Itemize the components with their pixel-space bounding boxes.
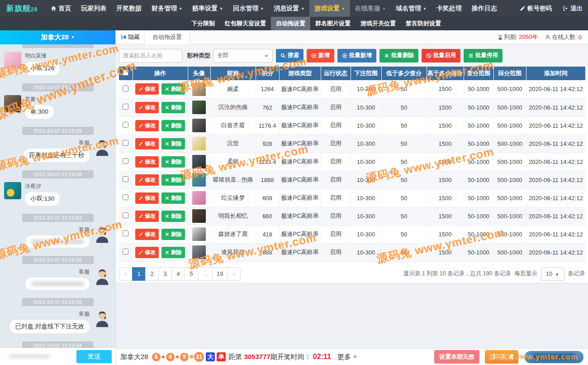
column-header: 高于多少回分 [427, 67, 464, 80]
row-checkbox[interactable] [123, 86, 128, 91]
blurred-message-bubble [25, 278, 90, 290]
sub-nav-item[interactable]: 群名图片设置 [310, 17, 356, 30]
top-nav-item[interactable]: 操作日志 [467, 0, 502, 17]
delete-label: 删除 [171, 158, 182, 166]
list-icon [468, 53, 474, 58]
delete-button[interactable]: 删除 [161, 229, 185, 240]
chat-text-input[interactable] [4, 351, 76, 362]
row-checkbox[interactable] [123, 176, 128, 182]
edit-button[interactable]: 修改 [135, 174, 159, 186]
delete-label: 删除 [171, 194, 182, 202]
hide-sidebar-button[interactable]: 隐藏 [116, 30, 145, 44]
edit-button[interactable]: 修改 [135, 83, 159, 95]
row-checkbox[interactable] [123, 212, 128, 218]
edit-button[interactable]: 修改 [135, 192, 159, 204]
row-checkbox[interactable] [123, 140, 128, 146]
sub-nav-item[interactable]: 禁言防封设置 [401, 17, 446, 30]
search-input[interactable] [119, 49, 182, 62]
select-all-checkbox[interactable] [123, 70, 128, 76]
sub-nav-item[interactable]: 下分限制 [186, 17, 220, 30]
send-button[interactable]: 发送 [76, 350, 112, 363]
row-checkbox[interactable] [123, 231, 128, 236]
per-page-select[interactable]: 10 ▲ [541, 267, 564, 281]
top-nav-item[interactable]: 开奖数据 [111, 0, 147, 17]
delete-button[interactable]: 删除 [161, 192, 185, 204]
page-button[interactable]: 4 [171, 267, 185, 281]
chat-message-list[interactable]: 明白莫懂小双:1262023-10-07 23:19:26莘夏单:3002023… [0, 44, 115, 348]
top-nav-item[interactable]: 消息设置▼ [269, 0, 309, 17]
toolbar-button-search[interactable]: 搜索 [276, 49, 303, 62]
page-button[interactable]: 3 [158, 267, 172, 281]
edit-button[interactable]: 修改 [135, 247, 159, 258]
bet-range-cell: 10-300 [351, 243, 381, 261]
logout-button[interactable]: 退出 [557, 0, 588, 17]
page-button[interactable]: 5 [185, 267, 198, 281]
top-nav-item[interactable]: 首页 [46, 0, 76, 17]
edit-button[interactable]: 修改 [135, 102, 159, 113]
tab-bar: 隐藏 自动拖设置 到期: 2050年 在线人数:0 [116, 30, 588, 44]
delete-button[interactable]: 删除 [161, 211, 185, 222]
sub-nav-item[interactable]: 自动拖设置 [271, 17, 310, 30]
message-content: 客服 [25, 226, 90, 248]
prev-page-button[interactable]: ‹ [119, 267, 133, 281]
set-invalid-button[interactable]: 设置本期无效 [434, 350, 479, 364]
delete-button[interactable]: 删除 [161, 247, 185, 258]
room-title: 加拿大28 [41, 33, 69, 42]
toolbar-button-plus[interactable]: 批量新增 [337, 49, 376, 62]
delete-button[interactable]: 删除 [161, 156, 185, 168]
top-nav-item[interactable]: 在线客服▼ [350, 0, 391, 17]
sub-nav-item[interactable]: 游戏开关位置 [356, 17, 401, 30]
sub-nav-item[interactable]: 红包聊天室设置 [220, 17, 271, 30]
toolbar-button-list[interactable]: 批量停用 [464, 49, 503, 62]
page-button[interactable]: 2 [145, 267, 159, 281]
delete-button[interactable]: 删除 [161, 120, 185, 131]
robots-table-wrap: 操作头像昵称积分游戏类型运行状态下注范围低于多少查分高于多少回分查分范围回分范围… [116, 67, 588, 262]
status-cell: 启用 [321, 243, 351, 261]
more-button[interactable]: 更多 [337, 353, 358, 361]
source-shop-button[interactable]: 源码商城 [485, 350, 518, 364]
row-checkbox[interactable] [123, 194, 128, 200]
above-score-cell: 1500 [427, 243, 464, 261]
added-time-cell: 2020-06-11 14:42:12 [526, 243, 585, 261]
edit-button[interactable]: 修改 [135, 156, 159, 168]
delete-button[interactable]: 删除 [161, 138, 185, 149]
toolbar-button-x[interactable]: 批量删除 [379, 49, 418, 62]
delete-button[interactable]: 删除 [161, 174, 185, 186]
top-nav-item[interactable]: 财务管理▼ [147, 0, 187, 17]
top-nav-item[interactable]: 卡奖处理 [432, 0, 467, 17]
page-button[interactable]: 1 [132, 267, 146, 281]
toolbar-button-ban[interactable]: 批量启用 [422, 49, 460, 62]
edit-button[interactable]: 修改 [135, 211, 159, 222]
x-icon [165, 196, 170, 201]
page-ellipsis[interactable]: … [198, 267, 213, 281]
column-header: 积分 [256, 67, 279, 80]
blurred-action-button[interactable] [525, 351, 583, 363]
account-password-button[interactable]: 帐号密码 [514, 0, 557, 17]
toolbar-button-plus[interactable]: 新增 [307, 49, 334, 62]
top-nav-item[interactable]: 赔率设置▼ [187, 0, 228, 17]
row-checkbox[interactable] [123, 122, 128, 128]
query-range-cell: 50-1000 [464, 116, 493, 134]
query-range-cell: 50-1000 [464, 153, 493, 171]
top-nav-item[interactable]: 玩家列表 [76, 0, 111, 17]
top-nav-item[interactable]: 回水管理▼ [228, 0, 269, 17]
tab-auto-drag-settings[interactable]: 自动拖设置 [145, 30, 190, 44]
lottery-type-select[interactable]: 全部 [213, 49, 273, 62]
page-button[interactable]: 19 [212, 267, 228, 281]
top-nav-item-label: 在线客服 [355, 5, 380, 13]
edit-button[interactable]: 修改 [135, 120, 159, 131]
nickname-cell: 柔眸 [210, 153, 256, 171]
row-checkbox[interactable] [123, 104, 128, 110]
row-checkbox[interactable] [123, 249, 128, 255]
top-nav-item[interactable]: 域名管理▼ [391, 0, 432, 17]
next-page-button[interactable]: › [227, 267, 241, 281]
delete-button[interactable]: 删除 [161, 102, 185, 113]
bet-range-cell: 10-300 [351, 225, 381, 243]
top-nav-item[interactable]: 游戏设置▼ [309, 0, 350, 17]
room-selector[interactable]: 加拿大28 ▼ [0, 30, 115, 44]
chat-input-bar: 发送 [0, 348, 115, 365]
edit-button[interactable]: 修改 [135, 229, 159, 240]
edit-button[interactable]: 修改 [135, 138, 159, 149]
delete-button[interactable]: 删除 [161, 83, 185, 95]
row-checkbox[interactable] [123, 158, 128, 164]
